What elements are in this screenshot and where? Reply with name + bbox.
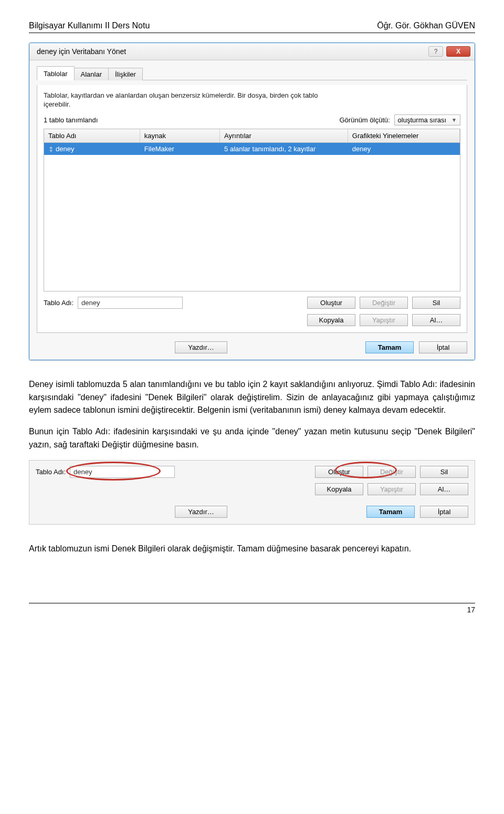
paragraph-1: Deney isimli tablomuzda 5 alan tanımland… bbox=[29, 378, 475, 417]
row-repeats: deney bbox=[348, 143, 460, 155]
tab-tablolar[interactable]: Tablolar bbox=[37, 66, 75, 80]
ok-button-2[interactable]: Tamam bbox=[366, 506, 415, 518]
page-number: 17 bbox=[467, 606, 475, 614]
paste-button[interactable]: Yapıştır bbox=[360, 314, 408, 326]
cropped-dialog: Tablo Adı: Oluştur Değiştir Sil Kopyala … bbox=[29, 460, 475, 525]
view-scale-select[interactable]: oluşturma sırası ▼ bbox=[394, 114, 460, 126]
body-text: Deney isimli tablomuzda 5 alan tanımland… bbox=[29, 378, 475, 452]
doc-header-right: Öğr. Gör. Gökhan GÜVEN bbox=[377, 21, 475, 30]
header-rule bbox=[29, 33, 475, 33]
col-details: Ayrıntılar bbox=[220, 129, 348, 142]
info-text: Tablolar, kayıtlardan ve alanlardan oluş… bbox=[44, 91, 338, 109]
table-row[interactable]: ‡deney FileMaker 5 alanlar tanımlandı, 2… bbox=[44, 143, 460, 155]
table-name-input[interactable] bbox=[78, 297, 183, 309]
row-name: deney bbox=[56, 145, 74, 153]
doc-header: Bilgisayar Kullanımı II Ders Notu Öğr. G… bbox=[29, 21, 475, 30]
table-name-input-2[interactable] bbox=[70, 466, 175, 478]
manage-database-dialog: deney için Veritabanı Yönet ? X Tablolar… bbox=[29, 43, 475, 360]
chevron-down-icon: ▼ bbox=[452, 117, 457, 123]
table-count: 1 tablo tanımlandı bbox=[44, 116, 98, 124]
import-button[interactable]: Al… bbox=[412, 314, 460, 326]
tab-alanlar[interactable]: Alanlar bbox=[74, 68, 109, 80]
modify-button-2[interactable]: Değiştir bbox=[368, 466, 416, 478]
ok-button[interactable]: Tamam bbox=[365, 341, 414, 353]
create-button-2[interactable]: Oluştur bbox=[315, 466, 363, 478]
table-name-label: Tablo Adı: bbox=[44, 299, 74, 307]
footer: 17 bbox=[29, 603, 475, 614]
drag-handle-icon[interactable]: ‡ bbox=[48, 145, 54, 153]
tab-panel: Tablolar, kayıtlardan ve alanlardan oluş… bbox=[37, 85, 467, 333]
paragraph-3: Artık tablomuzun ismi Denek Bilgileri ol… bbox=[29, 542, 475, 556]
print-button-2[interactable]: Yazdır… bbox=[175, 506, 227, 518]
body-text-3: Artık tablomuzun ismi Denek Bilgileri ol… bbox=[29, 542, 475, 556]
col-name: Tablo Adı bbox=[44, 129, 140, 142]
import-button-2[interactable]: Al… bbox=[420, 483, 468, 495]
copy-button-2[interactable]: Kopyala bbox=[315, 483, 363, 495]
doc-header-left: Bilgisayar Kullanımı II Ders Notu bbox=[29, 21, 150, 30]
table-name-label-2: Tablo Adı: bbox=[36, 468, 66, 476]
create-button[interactable]: Oluştur bbox=[307, 297, 355, 309]
tables-list: Tablo Adı kaynak Ayrıntılar Grafikteki Y… bbox=[44, 129, 460, 291]
tab-iliskiler[interactable]: İlişkiler bbox=[108, 68, 143, 80]
paste-button-2[interactable]: Yapıştır bbox=[368, 483, 416, 495]
view-scale-value: oluşturma sırası bbox=[398, 116, 446, 124]
modify-button[interactable]: Değiştir bbox=[360, 297, 408, 309]
cancel-button[interactable]: İptal bbox=[419, 341, 467, 353]
print-button[interactable]: Yazdır… bbox=[175, 341, 227, 353]
help-icon[interactable]: ? bbox=[428, 46, 443, 57]
copy-button[interactable]: Kopyala bbox=[307, 314, 355, 326]
col-repeats: Grafikteki Yinelemeler bbox=[348, 129, 460, 142]
close-icon[interactable]: X bbox=[446, 46, 470, 57]
paragraph-2: Bunun için Tablo Adı: ifadesinin karşısı… bbox=[29, 425, 475, 452]
cancel-button-2[interactable]: İptal bbox=[420, 506, 468, 518]
view-scale-label: Görünüm ölçütü: bbox=[340, 116, 390, 124]
delete-button[interactable]: Sil bbox=[412, 297, 460, 309]
row-details: 5 alanlar tanımlandı, 2 kayıtlar bbox=[220, 143, 348, 155]
delete-button-2[interactable]: Sil bbox=[420, 466, 468, 478]
dialog-title: deney için Veritabanı Yönet bbox=[37, 47, 126, 56]
row-source: FileMaker bbox=[140, 143, 220, 155]
tabs: Tablolar Alanlar İlişkiler bbox=[37, 66, 467, 80]
dialog-titlebar: deney için Veritabanı Yönet ? X bbox=[29, 43, 475, 60]
col-source: kaynak bbox=[140, 129, 220, 142]
